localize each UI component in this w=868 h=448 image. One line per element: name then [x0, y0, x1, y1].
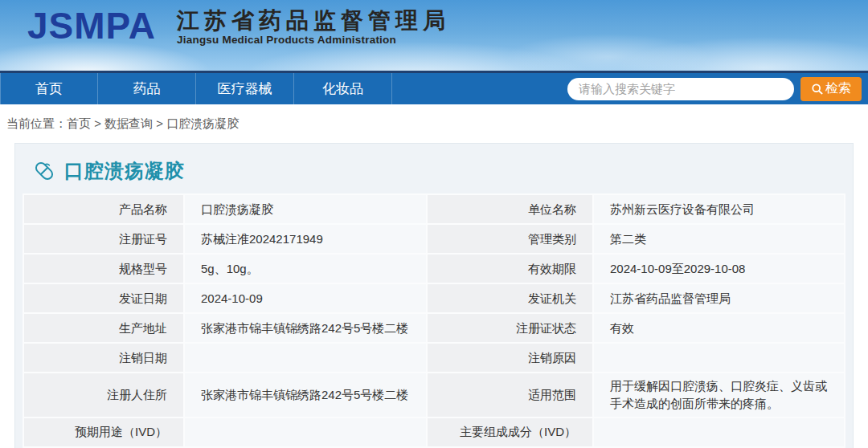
- field-label: 预期用途（IVD）: [24, 418, 183, 446]
- field-label: 规格型号: [24, 255, 183, 283]
- site-logo[interactable]: JSMPA: [27, 5, 156, 47]
- table-row: 发证日期2024-10-09发证机关江苏省药品监督管理局: [24, 284, 844, 312]
- field-value: 2024-10-09至2029-10-08: [594, 255, 844, 283]
- main-nav: 首页药品医疗器械化妆品 检索: [0, 71, 868, 104]
- table-row: 预期用途（IVD）主要组成成分（IVD）: [24, 418, 844, 446]
- field-value: 江苏省药品监督管理局: [594, 284, 844, 312]
- breadcrumb-item: 口腔溃疡凝胶: [166, 116, 239, 130]
- site-title-chinese: 江苏省药品监督管理局: [177, 7, 450, 34]
- field-value: [594, 344, 844, 372]
- details-table-body: 产品名称口腔溃疡凝胶单位名称苏州新云医疗设备有限公司注册证号苏械注准202421…: [24, 195, 844, 448]
- field-label: 发证日期: [24, 284, 183, 312]
- field-label: 注销日期: [24, 344, 183, 372]
- field-value: 5g、10g。: [185, 255, 426, 283]
- field-label: 适用范围: [428, 373, 592, 417]
- nav-spacer: [392, 73, 567, 104]
- magnifier-icon: [811, 83, 824, 96]
- field-label: 有效期限: [428, 255, 592, 283]
- field-value: 第二类: [594, 225, 844, 253]
- breadcrumb-separator: >: [153, 116, 166, 130]
- search-box: 检索: [567, 73, 862, 104]
- field-value: 张家港市锦丰镇锦绣路242号5号楼二楼: [185, 373, 426, 417]
- breadcrumb-separator: >: [91, 116, 104, 130]
- breadcrumb: 当前位置： 首页 > 数据查询 > 口腔溃疡凝胶: [0, 104, 868, 143]
- field-label: 产品名称: [24, 195, 183, 223]
- field-value: [185, 418, 426, 446]
- search-button[interactable]: 检索: [800, 77, 862, 101]
- field-label: 生产地址: [24, 314, 183, 342]
- field-label: 单位名称: [428, 195, 592, 223]
- breadcrumb-label: 当前位置：: [6, 116, 67, 132]
- nav-menu: 首页药品医疗器械化妆品: [0, 73, 392, 104]
- field-label: 注册人住所: [24, 373, 183, 417]
- field-label: 注册证号: [24, 225, 183, 253]
- pill-icon: [32, 159, 56, 183]
- field-label: 管理类别: [428, 225, 592, 253]
- site-title-english: Jiangsu Medical Products Administration: [177, 34, 450, 46]
- site-title-block: 江苏省药品监督管理局 Jiangsu Medical Products Admi…: [177, 5, 450, 46]
- search-button-label: 检索: [825, 80, 851, 97]
- field-value: [185, 344, 426, 372]
- breadcrumb-items: 首页 > 数据查询 > 口腔溃疡凝胶: [67, 116, 239, 132]
- nav-item[interactable]: 药品: [98, 73, 196, 104]
- field-value: 用于缓解因口腔溃疡、口腔炎症、义齿或手术造成的创面所带来的疼痛。: [594, 373, 844, 417]
- content-panel: 口腔溃疡凝胶 产品名称口腔溃疡凝胶单位名称苏州新云医疗设备有限公司注册证号苏械注…: [14, 143, 854, 448]
- search-input[interactable]: [567, 78, 794, 100]
- field-value: 有效: [594, 314, 844, 342]
- table-row: 注销日期注销原因: [24, 344, 844, 372]
- field-value: 张家港市锦丰镇锦绣路242号5号楼二楼: [185, 314, 426, 342]
- table-row: 产品名称口腔溃疡凝胶单位名称苏州新云医疗设备有限公司: [24, 195, 844, 223]
- field-label: 主要组成成分（IVD）: [428, 418, 592, 446]
- breadcrumb-item[interactable]: 数据查询: [104, 116, 153, 130]
- table-row: 注册人住所张家港市锦丰镇锦绣路242号5号楼二楼适用范围用于缓解因口腔溃疡、口腔…: [24, 373, 844, 417]
- table-row: 注册证号苏械注准20242171949管理类别第二类: [24, 225, 844, 253]
- nav-item[interactable]: 化妆品: [294, 73, 392, 104]
- field-label: 注销原因: [428, 344, 592, 372]
- field-value: 苏械注准20242171949: [185, 225, 426, 253]
- nav-item[interactable]: 医疗器械: [196, 73, 294, 104]
- field-value: [594, 418, 844, 446]
- field-value: 2024-10-09: [185, 284, 426, 312]
- page-title: 口腔溃疡凝胶: [64, 158, 185, 184]
- breadcrumb-item[interactable]: 首页: [67, 116, 91, 130]
- page-title-row: 口腔溃疡凝胶: [32, 158, 845, 184]
- table-row: 生产地址张家港市锦丰镇锦绣路242号5号楼二楼注册证状态有效: [24, 314, 844, 342]
- field-label: 注册证状态: [428, 314, 592, 342]
- site-header: JSMPA 江苏省药品监督管理局 Jiangsu Medical Product…: [0, 0, 868, 71]
- field-label: 发证机关: [428, 284, 592, 312]
- field-value: 口腔溃疡凝胶: [185, 195, 426, 223]
- table-row: 规格型号5g、10g。有效期限2024-10-09至2029-10-08: [24, 255, 844, 283]
- nav-item[interactable]: 首页: [0, 73, 98, 104]
- field-value: 苏州新云医疗设备有限公司: [594, 195, 844, 223]
- details-table: 产品名称口腔溃疡凝胶单位名称苏州新云医疗设备有限公司注册证号苏械注准202421…: [23, 193, 845, 448]
